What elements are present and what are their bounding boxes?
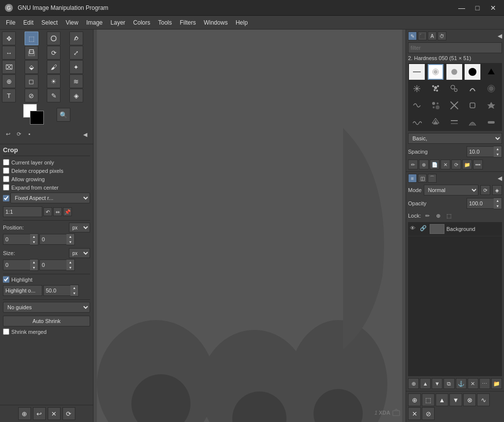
tool-redo-button[interactable]: ⟳ — [14, 129, 24, 139]
layer-item[interactable]: 👁 🔗 Background — [408, 222, 502, 236]
minimize-button[interactable]: — — [455, 1, 469, 15]
highlight-down[interactable]: ▼ — [70, 291, 78, 296]
highlight-up[interactable]: ▲ — [70, 285, 78, 291]
shear-tool[interactable]: ⌧ — [2, 60, 16, 74]
eraser-tool[interactable]: ◻ — [25, 74, 38, 88]
brush-item[interactable] — [428, 97, 443, 113]
highlight-opacity-label-input[interactable] — [3, 285, 42, 296]
layer-delete-btn[interactable]: ✕ — [468, 378, 478, 389]
layer-visibility-icon[interactable]: 👁 — [410, 225, 418, 233]
layer-link-icon[interactable]: 🔗 — [420, 225, 428, 233]
menu-select[interactable]: Select — [37, 17, 62, 28]
refresh-button[interactable]: ⟳ — [63, 407, 75, 420]
layer-raise-btn[interactable]: ▲ — [420, 378, 431, 389]
aspect-bookmark-button[interactable]: 📌 — [63, 207, 72, 216]
layers-tab-list[interactable]: ≡ — [408, 174, 417, 183]
restore-button[interactable]: ↩ — [33, 407, 46, 420]
expand-from-center-checkbox[interactable] — [3, 184, 9, 191]
layers-tab-channels[interactable]: ◫ — [418, 174, 427, 183]
position-x-input[interactable] — [3, 234, 30, 245]
layers-panel-expand[interactable]: ◀ — [498, 175, 502, 182]
layers-tab-paths[interactable]: ⌒ — [428, 174, 437, 183]
right-btn-4[interactable]: ▼ — [449, 393, 462, 406]
highlight-checkbox[interactable] — [3, 276, 9, 283]
opacity-up[interactable]: ▲ — [494, 198, 502, 203]
menu-edit[interactable]: Edit — [19, 17, 37, 28]
tool-undo-button[interactable]: ↩ — [3, 129, 13, 139]
position-x-up[interactable]: ▲ — [30, 234, 38, 239]
lock-position-btn[interactable]: ⊕ — [434, 211, 442, 220]
tool-options-menu[interactable]: ▪ — [25, 129, 34, 139]
mode-select[interactable]: Normal Multiply Screen — [424, 185, 478, 195]
fixed-aspect-checkbox[interactable] — [3, 195, 9, 201]
layer-duplicate-btn[interactable]: ⧉ — [443, 378, 454, 389]
fuzzy-select-tool[interactable] — [69, 32, 83, 45]
brush-item[interactable] — [446, 97, 462, 113]
menu-colors[interactable]: Colors — [129, 17, 155, 28]
current-layer-only-checkbox[interactable] — [3, 159, 9, 165]
position-y-down[interactable]: ▼ — [66, 239, 74, 245]
brush-item[interactable] — [483, 64, 499, 80]
brush-item[interactable] — [409, 97, 425, 113]
position-y-up[interactable]: ▲ — [66, 234, 74, 239]
delete-cropped-pixels-checkbox[interactable] — [3, 167, 9, 174]
heal-tool[interactable]: ✦ — [69, 60, 83, 74]
spacing-up[interactable]: ▲ — [494, 146, 502, 152]
brush-item[interactable] — [428, 64, 443, 80]
size-h-up[interactable]: ▲ — [66, 260, 74, 265]
rect-select-tool[interactable]: ⬚ — [25, 32, 38, 45]
brush-item[interactable] — [409, 81, 425, 97]
brush-delete-btn[interactable]: ✕ — [441, 160, 450, 169]
delete-button[interactable]: ✕ — [48, 407, 61, 420]
layer-new-btn[interactable]: ⊕ — [408, 378, 419, 389]
brush-filter-input[interactable] — [408, 42, 502, 53]
new-tool-button[interactable]: ⊕ — [18, 407, 31, 420]
dodge-tool[interactable]: ☀ — [47, 74, 61, 88]
aspect-swap-button[interactable]: ⇔ — [53, 207, 62, 216]
menu-windows[interactable]: Windows — [200, 17, 232, 28]
layer-anchor-btn[interactable]: ⚓ — [456, 378, 467, 389]
brush-item[interactable] — [446, 81, 462, 97]
zoom-tool[interactable]: 🔍 — [57, 108, 70, 122]
lock-alpha-btn[interactable]: ⬚ — [444, 211, 453, 220]
crop-tool[interactable] — [25, 46, 38, 60]
panel-collapse-button[interactable]: ◀ — [80, 130, 90, 139]
brush-duplicate-btn[interactable]: ⊕ — [419, 160, 429, 169]
brush-edit-btn[interactable]: ✏ — [408, 160, 418, 169]
brush-refresh-btn[interactable]: ⟳ — [451, 160, 461, 169]
clone-tool[interactable]: ⊕ — [2, 74, 16, 88]
layer-chain-btn-2[interactable]: ◈ — [492, 185, 502, 195]
size-unit-select[interactable]: px % mm — [69, 248, 90, 258]
rotate-tool[interactable]: ⟳ — [47, 46, 61, 60]
right-btn-2[interactable]: ⬚ — [422, 393, 435, 406]
brush-item[interactable] — [428, 81, 443, 97]
maximize-button[interactable]: □ — [471, 1, 484, 15]
brush-tab-pencil[interactable]: ✎ — [408, 32, 417, 40]
position-x-down[interactable]: ▼ — [30, 239, 38, 245]
guides-select[interactable]: No guides — [3, 302, 90, 313]
size-w-down[interactable]: ▼ — [30, 265, 38, 270]
layer-folder-btn[interactable]: 📁 — [491, 378, 502, 389]
lasso-tool[interactable] — [47, 32, 61, 45]
opacity-input[interactable] — [467, 198, 494, 209]
aspect-reset-button[interactable]: ↶ — [43, 207, 52, 216]
spacing-input[interactable] — [467, 146, 494, 157]
menu-image[interactable]: Image — [82, 17, 106, 28]
right-btn-3[interactable]: ▲ — [436, 393, 448, 406]
brush-item[interactable] — [465, 81, 480, 97]
perspective-tool[interactable]: ⬙ — [25, 60, 38, 74]
size-w-input[interactable] — [3, 260, 30, 270]
measure-tool[interactable]: ✎ — [47, 89, 61, 102]
close-button[interactable]: ✕ — [486, 1, 500, 15]
brush-folder-btn[interactable]: 📁 — [462, 160, 472, 169]
brush-item[interactable] — [409, 114, 425, 130]
brush-item[interactable] — [446, 64, 462, 80]
menu-view[interactable]: View — [62, 17, 82, 28]
menu-filters[interactable]: Filters — [176, 17, 200, 28]
brush-item[interactable] — [409, 64, 425, 80]
brush-item[interactable] — [465, 64, 480, 80]
right-btn-1[interactable]: ⊕ — [408, 393, 421, 406]
menu-layer[interactable]: Layer — [107, 17, 129, 28]
transform-tool[interactable]: ↔ — [2, 46, 16, 60]
size-h-down[interactable]: ▼ — [66, 265, 74, 270]
